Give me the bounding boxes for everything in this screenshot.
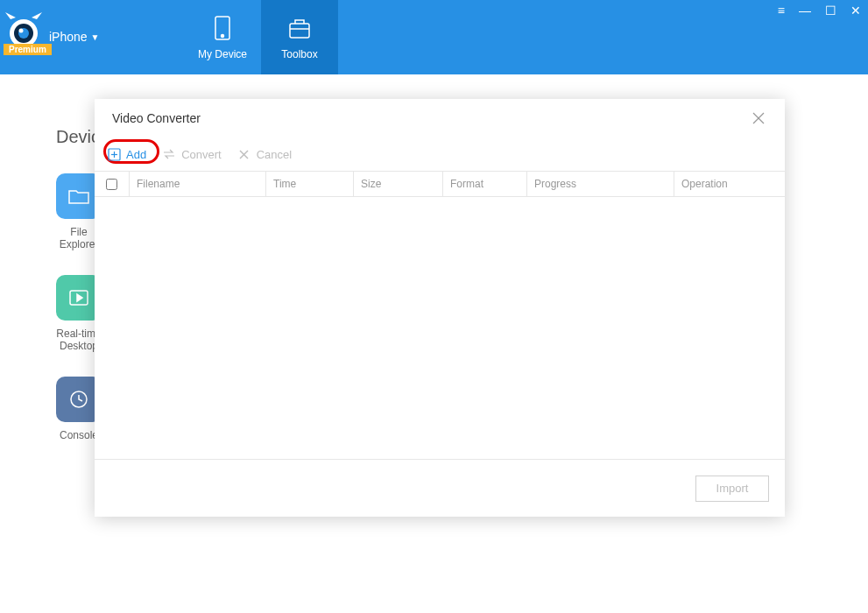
col-size[interactable]: Size xyxy=(354,172,443,196)
col-filename[interactable]: Filename xyxy=(130,172,266,196)
minimize-icon[interactable]: — xyxy=(799,4,811,18)
app-header: Premium iPhone ▼ My Device xyxy=(0,0,868,74)
col-operation[interactable]: Operation xyxy=(674,172,771,196)
convert-button[interactable]: Convert xyxy=(162,147,222,161)
dropdown-caret-icon: ▼ xyxy=(91,32,100,42)
col-progress[interactable]: Progress xyxy=(527,172,674,196)
col-checkbox xyxy=(95,172,130,196)
video-converter-modal: Video Converter Add Convert xyxy=(95,99,785,517)
maximize-icon[interactable]: ☐ xyxy=(825,4,836,18)
table-header: Filename Time Size Format Progress Opera… xyxy=(95,171,785,197)
modal-header: Video Converter xyxy=(95,99,785,137)
convert-label: Convert xyxy=(181,148,222,161)
tab-toolbox[interactable]: Toolbox xyxy=(261,0,338,74)
app-logo: Premium xyxy=(4,11,44,51)
window-controls: ≡ — ☐ ✕ xyxy=(778,4,861,18)
tablet-icon xyxy=(209,15,236,41)
svg-point-3 xyxy=(19,29,24,33)
device-selector[interactable]: iPhone ▼ xyxy=(49,30,100,44)
modal-footer: Import xyxy=(95,459,785,517)
select-all-checkbox[interactable] xyxy=(106,179,117,190)
cancel-button[interactable]: Cancel xyxy=(237,147,292,161)
logo-area: Premium iPhone ▼ xyxy=(0,0,184,74)
menu-icon[interactable]: ≡ xyxy=(778,4,785,18)
modal-title: Video Converter xyxy=(112,111,201,125)
plus-icon xyxy=(107,147,121,161)
tab-label: Toolbox xyxy=(281,48,317,60)
nav-tabs: My Device Toolbox xyxy=(184,0,338,74)
tab-label: My Device xyxy=(198,48,247,60)
svg-rect-6 xyxy=(290,24,309,38)
col-time[interactable]: Time xyxy=(266,172,354,196)
cancel-icon xyxy=(237,147,251,161)
import-button[interactable]: Import xyxy=(695,476,769,502)
close-window-icon[interactable]: ✕ xyxy=(850,4,861,18)
device-name: iPhone xyxy=(49,30,88,44)
cancel-label: Cancel xyxy=(257,148,292,161)
table-body xyxy=(95,197,785,459)
tool-label: Console xyxy=(60,429,98,441)
tab-my-device[interactable]: My Device xyxy=(184,0,261,74)
toolbox-icon xyxy=(286,15,313,41)
tool-label: File Explorer xyxy=(60,226,99,250)
close-icon[interactable] xyxy=(750,109,767,127)
svg-point-5 xyxy=(222,34,224,37)
col-format[interactable]: Format xyxy=(443,172,527,196)
convert-icon xyxy=(162,147,176,161)
add-label: Add xyxy=(126,148,146,161)
premium-badge: Premium xyxy=(4,44,52,55)
modal-toolbar: Add Convert Cancel xyxy=(95,137,785,171)
add-button[interactable]: Add xyxy=(107,147,146,161)
